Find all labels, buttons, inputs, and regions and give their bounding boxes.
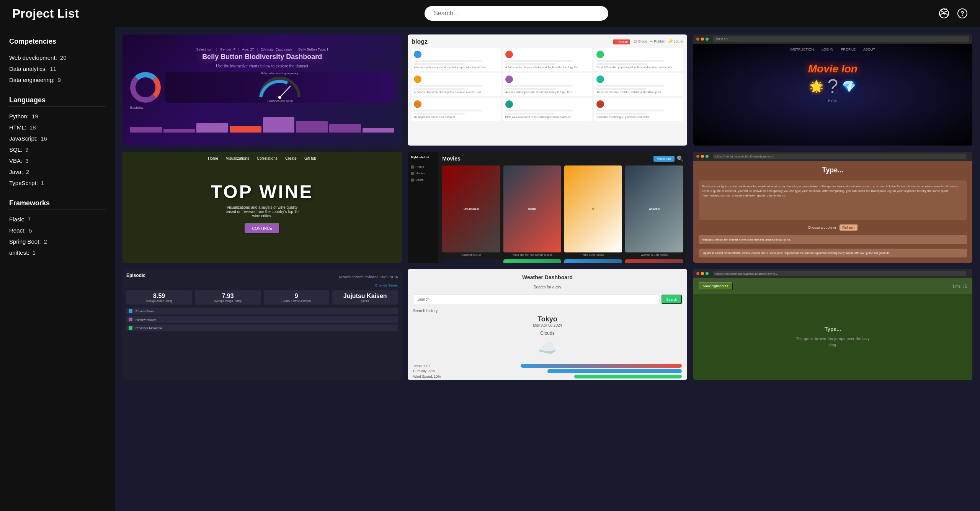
project-card-belly-button[interactable]: Select num | Gender: F | Age: 27 | Ethni… xyxy=(122,34,402,146)
weather-title: Weather Dashboard xyxy=(413,274,681,280)
movie-list-nav-users: Users xyxy=(411,177,435,183)
typing-title: Type... xyxy=(699,166,967,174)
sidebar-item-unittest[interactable]: unittest: 1 xyxy=(9,247,106,258)
movie-poster-1: UNLOCKED Unlocked (2017) xyxy=(442,165,500,256)
typing-content: Type... Practice your typing speed while… xyxy=(693,161,972,263)
sidebar-item-data-engineering[interactable]: Data engineering: 9 xyxy=(9,74,106,85)
wine-subtitle: Visualizations and analysis of wine qual… xyxy=(224,205,301,218)
search-input[interactable] xyxy=(425,6,608,21)
typing-quote-2: Happiness cannot be travelled to, owned,… xyxy=(699,249,967,257)
sidebar-item-react[interactable]: React: 5 xyxy=(9,225,106,236)
languages-section: Languages Python: 19 HTML: 18 JavaScript… xyxy=(9,96,106,188)
sidebar: Competencies Web development: 20 Data an… xyxy=(0,27,115,511)
sidebar-item-data-analytics[interactable]: Data analytics: 11 xyxy=(9,63,106,74)
wine-continue-button[interactable]: CONTINUE xyxy=(245,223,280,234)
search-history-label: Search history xyxy=(413,309,681,313)
movie-list-sidebar: MyMovieList Profile Movies Users xyxy=(408,152,438,263)
profile-icon: ∿ xyxy=(939,8,949,19)
movie-poster-grid: UNLOCKED Unlocked (2017) KUBO Kubo and t… xyxy=(442,165,683,263)
episodic-list: Review Form Review History Reviewer Meta… xyxy=(126,308,398,376)
project-card-weather[interactable]: Weather Dashboard Search for a city Sear… xyxy=(408,269,687,380)
movie-poster-5: FI Fi May (2014) xyxy=(442,259,500,263)
svg-text:∿: ∿ xyxy=(942,11,946,16)
project-card-highscores[interactable]: https://theodoreraland.github.io/quickKe… xyxy=(693,269,972,380)
languages-title: Languages xyxy=(9,96,106,107)
browser-dot-red-3 xyxy=(696,272,699,275)
episodic-stat-review-forms: 9 Review Forms Submitted xyxy=(264,290,329,305)
svg-line-4 xyxy=(280,86,291,97)
search-container xyxy=(94,6,939,21)
browser-dot-yellow-2 xyxy=(701,155,704,158)
sidebar-item-javascript[interactable]: JavaScript: 16 xyxy=(9,133,106,144)
weather-search-input[interactable] xyxy=(413,295,659,304)
episodic-stat-manga-rating: 7.93 Average Manga Rating xyxy=(195,290,260,305)
page-title: Project List xyxy=(12,7,79,21)
belly-button-title: Belly Button Biodiversity Dashboard xyxy=(202,53,322,61)
help-icon: ? xyxy=(957,8,968,19)
typing-actions: Choose a quote or Refresh xyxy=(699,224,967,231)
sidebar-item-web-dev[interactable]: Web development: 20 xyxy=(9,52,106,63)
sidebar-item-html[interactable]: HTML: 18 xyxy=(9,122,106,133)
browser-dot-green-2 xyxy=(706,155,709,158)
highscores-timer: Time: 75 xyxy=(952,284,967,288)
frameworks-section: Frameworks Flask: 7 React: 5 Spring Boot… xyxy=(9,199,106,258)
help-icon-button[interactable]: ? xyxy=(957,8,968,19)
episodic-stats: 8.59 Average Anime Rating 7.93 Average M… xyxy=(126,290,398,305)
competencies-section: Competencies Web development: 20 Data an… xyxy=(9,38,106,85)
project-grid: Select num | Gender: F | Age: 27 | Ethni… xyxy=(115,27,980,511)
sidebar-item-flask[interactable]: Flask: 7 xyxy=(9,214,106,225)
browser-dot-red xyxy=(696,38,699,41)
sidebar-item-vba[interactable]: VBA: 3 xyxy=(9,155,106,166)
project-card-typing[interactable]: https://media.disaster.html?amplifyapp.c… xyxy=(693,152,972,263)
blogz-row-1: A funny psychoanalyst and psychotherapis… xyxy=(412,48,683,71)
weather-temp-display: Temp: 61°F Humidity: 60% Wind Speed: 10%… xyxy=(413,364,681,380)
list-item-review-history: Review History xyxy=(126,316,398,323)
weather-search-section: Search for a city xyxy=(413,285,681,290)
movie-list-logo: MyMovieList xyxy=(411,156,435,159)
movie-ion-nav: INSTRUCTION LOG IN PROFILE ABOUT xyxy=(693,47,972,51)
view-highscores-button[interactable]: View highscores xyxy=(699,282,733,290)
weather-search-button[interactable]: Search xyxy=(662,295,682,304)
highscores-topbar: View highscores Time: 75 xyxy=(693,278,972,294)
list-item-reviewer-metadata: Reviewer Metadata xyxy=(126,324,398,331)
sidebar-item-spring-boot[interactable]: Spring Boot: 2 xyxy=(9,236,106,247)
refresh-button[interactable]: Refresh xyxy=(840,224,858,231)
project-card-movie-ion[interactable]: 107.0.0.1 INSTRUCTION LOG IN PROFILE ABO… xyxy=(693,34,972,146)
project-card-episodic[interactable]: Episodic Newest episode reviewed: 2021-1… xyxy=(122,269,402,380)
project-card-my-movie-list[interactable]: MyMovieList Profile Movies Users Movies xyxy=(408,152,687,263)
movie-poster-3: 🐱 Nine Lives (2016) xyxy=(564,165,622,256)
typing-quote-1: Friendship without self-interest is one … xyxy=(699,235,967,244)
frameworks-title: Frameworks xyxy=(9,199,106,210)
wine-nav: Home Visualizations Correlations Create … xyxy=(208,156,316,161)
episodic-stat-series: Jujutsu Kaisen Series xyxy=(332,290,398,305)
episodic-date-badge: Newest episode reviewed: 2021-10-16 xyxy=(339,275,398,279)
movie-poster-7: NOAH Noah (2014) xyxy=(564,259,622,263)
episodic-header-row: Episodic Newest episode reviewed: 2021-1… xyxy=(126,273,398,281)
blogz-nav: + Publish 📰 Blogs ✏ Publish 🔑 Log In xyxy=(613,39,683,44)
weather-icon: ☁️ xyxy=(538,339,557,357)
browser-dot-yellow xyxy=(701,38,704,41)
browser-dot-yellow-3 xyxy=(701,272,704,275)
weather-search-row: Search xyxy=(413,295,681,304)
sidebar-item-python[interactable]: Python: 19 xyxy=(9,111,106,122)
sidebar-item-sql[interactable]: SQL: 9 xyxy=(9,144,106,155)
movie-poster-4: WOMAN Woman in Gold (2016) xyxy=(625,165,683,256)
sidebar-item-java[interactable]: Java: 2 xyxy=(9,166,106,177)
project-card-top-wine[interactable]: Home Visualizations Correlations Create … xyxy=(122,152,402,263)
sidebar-item-typescript[interactable]: TypeScript: 1 xyxy=(9,177,106,188)
project-card-blogz[interactable]: blogz + Publish 📰 Blogs ✏ Publish 🔑 Log … xyxy=(408,34,687,146)
episodic-stat-anime-rating: 8.59 Average Anime Rating xyxy=(126,290,192,305)
movie-ion-title: Movie Ion xyxy=(808,63,858,75)
blogz-row-2: Lebanese-American philosophical essayist… xyxy=(412,73,683,96)
weather-display: Tokyo Mon Apr 08 2024 Clouds ☁️ Temp: 61… xyxy=(413,315,681,380)
blogz-header: blogz + Publish 📰 Blogs ✏ Publish 🔑 Log … xyxy=(412,38,683,45)
highscores-content: View highscores Time: 75 Type... The qui… xyxy=(693,278,972,380)
movie-list-nav-profile: Profile xyxy=(411,164,435,170)
main-layout: Competencies Web development: 20 Data an… xyxy=(0,27,980,511)
profile-icon-button[interactable]: ∿ xyxy=(939,8,949,19)
episodic-change-series[interactable]: Change Series xyxy=(126,283,398,287)
episodic-title: Episodic xyxy=(126,273,145,278)
typing-instructions: Practice your typing speed while reading… xyxy=(699,180,967,220)
movie-ion-content: INSTRUCTION LOG IN PROFILE ABOUT Movie I… xyxy=(693,44,972,146)
highscores-browser-bar: https://theodoreraland.github.io/quickKe… xyxy=(693,269,972,278)
